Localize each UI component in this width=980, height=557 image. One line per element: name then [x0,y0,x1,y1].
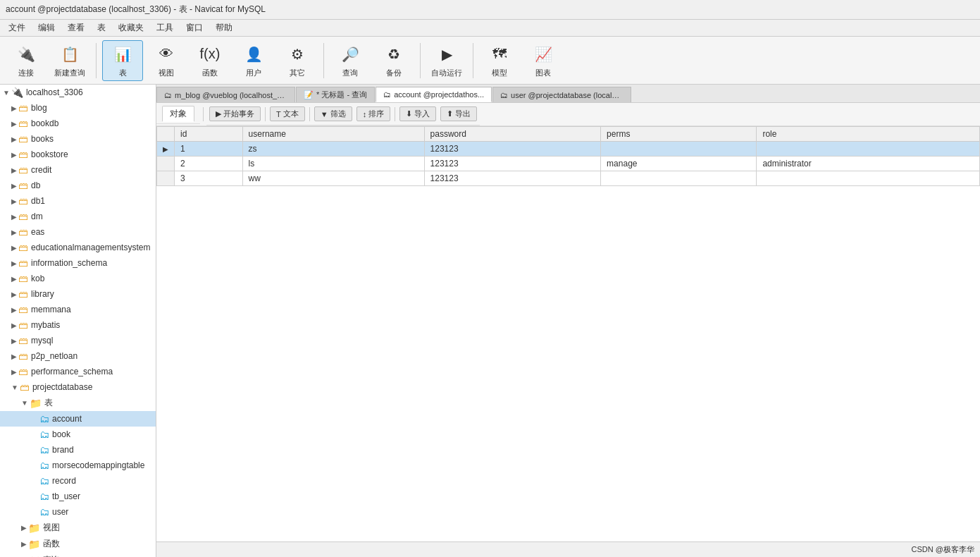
menu-item-表[interactable]: 表 [92,20,111,35]
row-indicator [157,157,175,171]
db-label: bookdb [31,118,58,128]
cell-username: ww [242,171,424,186]
db-label: books [31,134,54,144]
toolbar2: ▶开始事务T文本▼筛选↕排序⬇导入⬆导出 [206,103,480,126]
cell-password: 123123 [424,142,601,157]
db-label: db [31,180,40,190]
expand-arrow-icon: ▶ [11,368,17,376]
sidebar-db-educationalmanagementsystem[interactable]: ▶🗃educationalmanagementsystem [0,240,156,255]
toolbar2-btn-import[interactable]: ⬇导入 [399,106,436,121]
sidebar-folder-queries[interactable]: ▶📁查询 [0,552,156,557]
expand-arrow-icon: ▶ [11,244,17,252]
cell-perms [601,171,757,186]
sort-icon: ↕ [363,110,367,118]
menu-item-文件[interactable]: 文件 [3,20,31,35]
db-label: bookstore [31,149,68,159]
toolbar-btn-label-view: 视图 [159,68,174,78]
sidebar-folder-tables[interactable]: ▼📁表 [0,395,156,411]
sidebar-folder-views[interactable]: ▶📁视图 [0,520,156,536]
sidebar-folder-functions[interactable]: ▶📁函数 [0,536,156,552]
sidebar-connection[interactable]: ▼🔌localhost_3306 [0,85,156,100]
sidebar-db-information_schema[interactable]: ▶🗃information_schema [0,255,156,271]
db-label: information_schema [31,258,107,268]
table-row[interactable]: 2ls123123manageadministrator [157,157,980,171]
toolbar2-btn-filter[interactable]: ▼筛选 [314,106,352,121]
menu-item-编辑[interactable]: 编辑 [32,20,61,35]
table-icon: 🗂 [39,429,49,440]
menu-item-窗口[interactable]: 窗口 [180,20,209,35]
sidebar-db-bookstore[interactable]: ▶🗃bookstore [0,147,156,162]
sidebar-db-bookdb[interactable]: ▶🗃bookdb [0,116,156,131]
tab-icon-account: 🗂 [383,90,391,99]
sidebar-db-books[interactable]: ▶🗃books [0,131,156,147]
tab-no-title[interactable]: 📝* 无标题 - 查询 [296,87,375,102]
sidebar-table-account[interactable]: 🗂account [0,411,156,427]
toolbar-btn-query[interactable]: 🔎查询 [330,40,371,81]
title-text: account @projectdatabase (localhost_3306… [6,4,266,16]
tab-m-blog[interactable]: 🗂m_blog @vueblog (localhost_3306) -... [156,87,295,102]
table-row[interactable]: ▶1zs123123 [157,142,980,157]
sidebar-db-mybatis[interactable]: ▶🗃mybatis [0,317,156,333]
toolbar-btn-function[interactable]: f(x)函数 [190,40,230,81]
toolbar: 🔌连接📋新建查询📊表👁视图f(x)函数👤用户⚙其它🔎查询♻备份▶自动运行🗺模型📈… [0,37,980,85]
sidebar-table-morsecodemappingtable[interactable]: 🗂morsecodemappingtable [0,458,156,473]
toolbar-btn-chart[interactable]: 📈图表 [523,40,564,81]
sidebar-db-library[interactable]: ▶🗃library [0,286,156,302]
toolbar-btn-user[interactable]: 👤用户 [233,40,274,81]
toolbar-btn-table[interactable]: 📊表 [102,40,143,81]
sidebar-db-p2p_netloan[interactable]: ▶🗃p2p_netloan [0,348,156,364]
toolbar-btn-backup[interactable]: ♻备份 [373,40,414,81]
sidebar-table-user[interactable]: 🗂user [0,504,156,520]
menu-item-查看[interactable]: 查看 [62,20,90,35]
sidebar-db-kob[interactable]: ▶🗃kob [0,271,156,286]
toolbar2-btn-text[interactable]: T文本 [270,106,305,121]
toolbar2-btn-begin-transaction[interactable]: ▶开始事务 [209,106,261,121]
col-header-indicator [157,127,175,142]
table-row[interactable]: 3ww123123 [157,171,980,186]
toolbar-btn-connect[interactable]: 🔌连接 [6,40,46,81]
sidebar-db-dm[interactable]: ▶🗃dm [0,209,156,224]
db-label: db1 [31,196,45,206]
tab-icon-user-tab: 🗂 [500,91,508,99]
backup-icon: ♻ [383,43,405,66]
menu-item-收藏夹[interactable]: 收藏夹 [113,20,149,35]
toolbar2-label-sort: 排序 [368,109,384,119]
sidebar-db-credit[interactable]: ▶🗃credit [0,162,156,178]
expand-arrow-icon: ▶ [11,166,17,174]
sidebar-db-db[interactable]: ▶🗃db [0,178,156,193]
sidebar-db-performance_schema[interactable]: ▶🗃performance_schema [0,364,156,379]
tables-folder-label: 表 [44,397,53,409]
db-label: educationalmanagementsystem [31,243,150,252]
menu-item-帮助[interactable]: 帮助 [210,20,238,35]
tab-account[interactable]: 🗂account @projectdathos... [376,87,492,102]
sidebar-table-book[interactable]: 🗂book [0,427,156,442]
menu-item-工具[interactable]: 工具 [151,20,179,35]
toolbar2-btn-export[interactable]: ⬆导出 [440,106,477,121]
toolbar-btn-view[interactable]: 👁视图 [146,40,187,81]
object-tab-item[interactable]: 对象 [162,106,194,122]
sidebar-db-mysql[interactable]: ▶🗃mysql [0,333,156,348]
toolbar-btn-model[interactable]: 🗺模型 [479,40,520,81]
row-arrow-icon: ▶ [163,145,168,153]
sidebar-table-tb_user[interactable]: 🗂tb_user [0,489,156,504]
expand-arrow-icon: ▶ [11,259,17,267]
toolbar-btn-other[interactable]: ⚙其它 [277,40,318,81]
tab-user-tab[interactable]: 🗂user @projectdatabase (localhost_3... [492,87,631,102]
db-icon: 🗃 [18,180,28,191]
toolbar2-btn-sort[interactable]: ↕排序 [356,106,391,121]
db-icon: 🗃 [18,273,28,284]
sidebar-db-eas[interactable]: ▶🗃eas [0,224,156,240]
sidebar-table-brand[interactable]: 🗂brand [0,442,156,458]
sidebar-db-memmana[interactable]: ▶🗃memmana [0,302,156,317]
tab-label-no-title: * 无标题 - 查询 [316,90,367,100]
sidebar-db-db1[interactable]: ▶🗃db1 [0,193,156,209]
sidebar-db-projectdatabase[interactable]: ▼🗃projectdatabase [0,379,156,395]
object-tab: 对象 [156,104,200,124]
tab-icon-no-title: 📝 [304,90,314,99]
sidebar-db-blog[interactable]: ▶🗃blog [0,100,156,116]
sidebar-table-record[interactable]: 🗂record [0,473,156,489]
toolbar-btn-auto-run[interactable]: ▶自动运行 [426,40,467,81]
tab-label-account: account @projectdathos... [394,90,484,99]
toolbar-btn-new-query[interactable]: 📋新建查询 [49,40,90,81]
db-icon: 🗃 [18,211,28,222]
